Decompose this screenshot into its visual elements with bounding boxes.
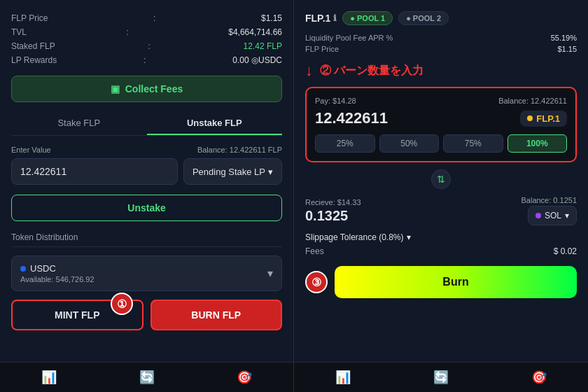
slippage-row[interactable]: Slippage Tolerance (0.8%) ▾ [305,232,577,242]
chevron-down-icon-slippage: ▾ [407,232,411,242]
bottom-buttons: MINT FLP ① BURN FLP [11,300,282,330]
annotation-badge-3: ③ [305,271,328,293]
pay-label: Pay: $14.28 [315,97,356,105]
receive-value: 0.1325 [305,208,515,224]
nav-target[interactable]: 🎯 [195,370,293,385]
flp-price-value: $1.15 [261,13,282,23]
swap-icon: ⇅ [437,174,445,185]
chevron-down-icon-sol: ▾ [565,211,569,220]
stat-row-tvl: TVL : $4,664,714.66 [11,25,282,39]
enter-value-row: Enter Value Balance: 12.422611 FLP [11,146,282,154]
receive-row: Recieve: $14.33 0.1325 Balance: 0.1251 S… [305,196,577,225]
right-header: FLP.1 ℹ ● POOL 1 ● POOL 2 [305,11,577,25]
receive-balance: Balance: 0.1251 [521,196,577,204]
flp-price-label: FLP Price [11,13,48,23]
chevron-down-icon-usdc: ▾ [267,267,273,280]
unstake-button[interactable]: Unstake [11,195,282,221]
annotation-badge-1: ① [111,293,133,315]
tab-stake-flp[interactable]: Stake FLP [11,112,147,135]
nav-refresh-right[interactable]: 🔄 [392,370,490,385]
nav-chart[interactable]: 📊 [0,370,98,385]
nav-chart-right[interactable]: 📊 [294,370,392,385]
burn-value: 12.422611 [315,109,388,127]
apr-row: Liquidity Pool Fee APR % 55.19% [305,32,577,43]
swap-button[interactable]: ⇅ [431,169,451,189]
token-distribution-label: Token Distribution [11,232,282,247]
flp1-token-badge: FLP.1 [520,111,567,127]
left-panel: FLP Price : $1.15 TVL : $4,664,714.66 St… [0,0,294,392]
pct-50-button[interactable]: 50% [379,134,440,153]
fees-label: Fees [305,246,324,256]
nav-target-right[interactable]: 🎯 [490,370,588,385]
stat-row-staked: Staked FLP : 12.42 FLP [11,39,282,53]
enter-value-label: Enter Value [11,146,51,154]
annotation-row: ↓ ② バーン数量を入力 [305,62,577,80]
burn-input-header: Pay: $14.28 Balance: 12.422611 [315,97,567,105]
annotation-text-2: ② バーン数量を入力 [320,64,424,78]
left-bottom-nav: 📊 🔄 🎯 [0,362,293,392]
pct-75-button[interactable]: 75% [443,134,503,153]
collect-fees-label: Collect Fees [125,83,183,94]
staked-value: 12.42 FLP [244,41,282,51]
flp1-dot-icon [527,115,533,121]
receive-label: Recieve: $14.33 [305,198,515,206]
stat-row-flp-price: FLP Price : $1.15 [11,11,282,25]
chart-icon-right: 📊 [335,370,351,385]
target-icon: 🎯 [237,370,252,385]
fees-value: $ 0.02 [554,246,577,256]
burn-main-button[interactable]: Burn [335,266,577,298]
refresh-icon: 🔄 [139,370,155,385]
pct-100-button[interactable]: 100% [507,134,568,153]
right-stats: Liquidity Pool Fee APR % 55.19% FLP Pric… [305,32,577,55]
tvl-value: $4,664,714.66 [228,27,282,37]
sol-select[interactable]: SOL ▾ [528,206,577,225]
usdc-available: Available: 546,726.92 [20,275,94,284]
stat-row-rewards: LP Rewards : 0.00 ◎USDC [11,53,282,67]
usdc-dot-icon [20,266,26,272]
usdc-name: USDC [30,263,56,274]
fees-row: Fees $ 0.02 [305,246,577,256]
burn-row: ③ Burn [305,266,577,298]
staked-label: Staked FLP [11,41,55,51]
refresh-icon-right: 🔄 [433,370,449,385]
burn-input-card: Pay: $14.28 Balance: 12.422611 12.422611… [305,87,577,162]
balance-label: Balance: 12.422611 [498,97,567,105]
chevron-down-icon: ▾ [268,167,273,177]
percent-buttons: 25% 50% 75% 100% [315,134,567,153]
sol-dot-icon [536,213,541,218]
pool2-button[interactable]: ● POOL 2 [398,11,449,25]
tab-row: Stake FLP Unstake FLP [11,112,282,136]
swap-icon-row: ⇅ [305,169,577,189]
pending-stake-select[interactable]: Pending Stake LP ▾ [183,158,282,185]
stats-section: FLP Price : $1.15 TVL : $4,664,714.66 St… [11,11,282,67]
chart-icon: 📊 [41,370,57,385]
target-icon-right: 🎯 [531,370,547,385]
collect-fees-button[interactable]: ▣ Collect Fees [11,76,282,102]
input-row: Pending Stake LP ▾ [11,158,282,185]
burn-flp-button[interactable]: BURN FLP [150,300,283,330]
right-panel: FLP.1 ℹ ● POOL 1 ● POOL 2 Liquidity Pool… [294,0,588,392]
right-bottom-nav: 📊 🔄 🎯 [294,362,588,392]
info-icon: ℹ [333,13,337,23]
pct-25-button[interactable]: 25% [315,134,375,153]
red-arrow-icon: ↓ [305,62,313,80]
rewards-label: LP Rewards [11,55,57,65]
pool1-button[interactable]: ● POOL 1 [342,11,393,25]
flp1-badge: FLP.1 ℹ [305,13,337,24]
value-input[interactable] [11,158,178,185]
price-row: FLP Price $1.15 [305,43,577,55]
tvl-label: TVL [11,27,27,37]
nav-refresh[interactable]: 🔄 [98,370,196,385]
tab-unstake-flp[interactable]: Unstake FLP [147,112,283,135]
rewards-value: 0.00 ◎USDC [232,55,282,65]
collect-fees-icon: ▣ [111,83,120,94]
balance-display: Balance: 12.422611 FLP [197,146,282,154]
burn-input-main: 12.422611 FLP.1 [315,109,567,127]
usdc-row: USDC Available: 546,726.92 ▾ [11,255,282,291]
